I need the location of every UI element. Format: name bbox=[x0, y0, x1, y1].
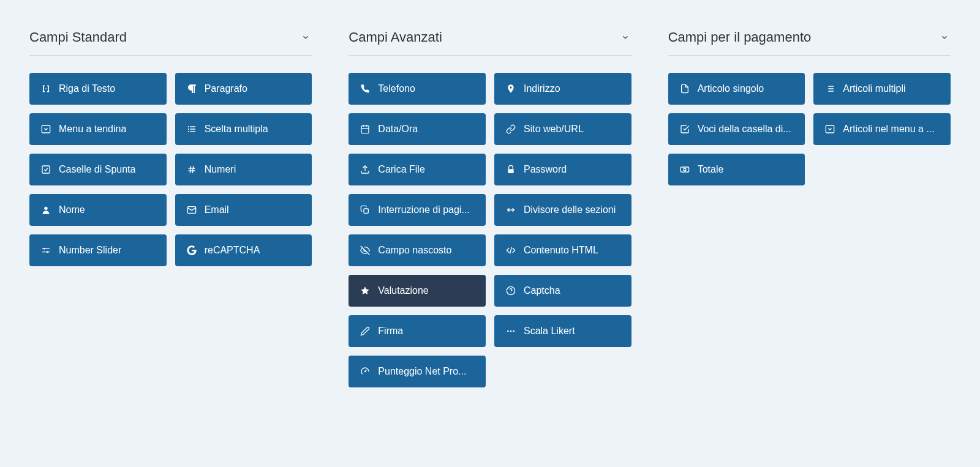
svg-line-10 bbox=[190, 166, 190, 173]
field-button-label: Scelta multipla bbox=[205, 124, 268, 135]
single-item-field[interactable]: Articolo singolo bbox=[668, 73, 805, 105]
field-button-label: Sito web/URL bbox=[524, 124, 584, 135]
field-button-label: Menu a tendina bbox=[59, 124, 126, 135]
svg-rect-18 bbox=[361, 126, 369, 133]
svg-point-12 bbox=[44, 207, 47, 210]
list-icon bbox=[186, 124, 197, 135]
field-button-label: Voci della casella di... bbox=[698, 124, 791, 135]
field-button-label: Contenuto HTML bbox=[524, 245, 598, 256]
chevron-down-icon bbox=[300, 31, 312, 43]
field-button-label: Totale bbox=[698, 164, 724, 175]
svg-point-5 bbox=[187, 129, 189, 130]
sliders-icon bbox=[40, 245, 51, 256]
field-button-label: Interruzione di pagi... bbox=[378, 204, 469, 215]
address-field[interactable]: Indirizzo bbox=[494, 73, 631, 105]
field-button-label: Articoli nel menu a ... bbox=[843, 124, 934, 135]
dropdown-field[interactable]: Menu a tendina bbox=[29, 113, 167, 145]
star-icon bbox=[360, 285, 371, 296]
pencil-icon bbox=[360, 326, 371, 337]
svg-point-32 bbox=[510, 331, 512, 332]
field-button-label: Scala Likert bbox=[524, 326, 575, 337]
chevron-down-icon bbox=[938, 31, 951, 43]
svg-rect-43 bbox=[680, 167, 688, 172]
standard-fields-column: Campi Standard Riga di TestoParagrafoMen… bbox=[29, 29, 312, 387]
code-icon bbox=[505, 245, 516, 256]
name-field[interactable]: Nome bbox=[29, 194, 167, 226]
paragraph-field[interactable]: Paragrafo bbox=[175, 73, 312, 105]
likert-field[interactable]: Scala Likert bbox=[494, 315, 631, 347]
checkbox-items-field[interactable]: Voci della casella di... bbox=[668, 113, 805, 145]
svg-line-11 bbox=[192, 166, 193, 173]
file-icon bbox=[679, 83, 690, 94]
multiple-items-field[interactable]: Articoli multipli bbox=[813, 73, 951, 105]
captcha-field[interactable]: Captcha bbox=[494, 275, 631, 307]
field-button-label: Password bbox=[524, 164, 567, 175]
svg-point-4 bbox=[187, 126, 189, 127]
user-icon bbox=[40, 204, 51, 215]
svg-rect-0 bbox=[42, 125, 50, 133]
html-content-field[interactable]: Contenuto HTML bbox=[494, 234, 631, 266]
date-time-field[interactable]: Data/Ora bbox=[349, 113, 486, 145]
nps-field[interactable]: Punteggio Net Pro... bbox=[349, 356, 486, 387]
svg-rect-24 bbox=[364, 209, 368, 213]
field-button-label: Articoli multipli bbox=[843, 83, 905, 94]
signature-field[interactable]: Firma bbox=[349, 315, 486, 347]
gauge-icon bbox=[360, 366, 371, 377]
standard-header[interactable]: Campi Standard bbox=[29, 29, 312, 56]
field-button-label: Data/Ora bbox=[378, 124, 418, 135]
payment-fields-column: Campi per il pagamento Articolo singoloA… bbox=[668, 29, 951, 387]
field-button-label: Indirizzo bbox=[524, 83, 560, 94]
svg-marker-28 bbox=[361, 286, 369, 294]
standard-title: Campi Standard bbox=[29, 29, 127, 45]
calendar-icon bbox=[360, 124, 371, 135]
number-slider-field[interactable]: Number Slider bbox=[29, 234, 167, 266]
recaptcha-field[interactable]: reCAPTCHA bbox=[175, 234, 312, 266]
svg-point-44 bbox=[684, 168, 686, 171]
multiple-choice-field[interactable]: Scelta multipla bbox=[175, 113, 312, 145]
svg-point-30 bbox=[510, 293, 511, 293]
arrows-h-icon bbox=[505, 204, 516, 215]
dropdown-items-field[interactable]: Articoli nel menu a ... bbox=[813, 113, 951, 145]
section-divider-field[interactable]: Divisore delle sezioni bbox=[494, 194, 631, 226]
field-button-label: Campo nascosto bbox=[378, 245, 451, 256]
question-icon bbox=[505, 285, 516, 296]
checkbox-field[interactable]: Caselle di Spunta bbox=[29, 154, 167, 185]
envelope-icon bbox=[186, 204, 197, 215]
google-icon bbox=[186, 245, 197, 256]
email-field[interactable]: Email bbox=[175, 194, 312, 226]
advanced-header[interactable]: Campi Avanzati bbox=[349, 29, 631, 56]
file-upload-field[interactable]: Carica File bbox=[349, 154, 486, 185]
svg-point-6 bbox=[187, 131, 189, 132]
link-icon bbox=[505, 124, 516, 135]
svg-line-35 bbox=[365, 370, 367, 372]
svg-point-17 bbox=[47, 251, 48, 253]
total-field[interactable]: Totale bbox=[668, 154, 805, 185]
field-button-label: Riga di Testo bbox=[59, 83, 115, 94]
hash-icon bbox=[186, 164, 197, 175]
numbers-field[interactable]: Numeri bbox=[175, 154, 312, 185]
field-button-label: Number Slider bbox=[59, 245, 121, 256]
advanced-title: Campi Avanzati bbox=[349, 29, 442, 45]
checkbox-icon bbox=[40, 164, 51, 175]
page-break-field[interactable]: Interruzione di pagi... bbox=[349, 194, 486, 226]
field-button-label: Email bbox=[205, 204, 229, 215]
advanced-fields-column: Campi Avanzati TelefonoIndirizzoData/Ora… bbox=[349, 29, 631, 387]
copy-icon bbox=[360, 204, 371, 215]
url-field[interactable]: Sito web/URL bbox=[494, 113, 631, 145]
field-button-label: Punteggio Net Pro... bbox=[378, 366, 466, 377]
phone-field[interactable]: Telefono bbox=[349, 73, 486, 105]
upload-icon bbox=[360, 164, 371, 175]
text-line-field[interactable]: Riga di Testo bbox=[29, 73, 167, 105]
hidden-field[interactable]: Campo nascosto bbox=[349, 234, 486, 266]
svg-point-33 bbox=[513, 331, 514, 332]
rating-field[interactable]: Valutazione bbox=[349, 275, 486, 307]
payment-header[interactable]: Campi per il pagamento bbox=[668, 29, 951, 56]
field-button-label: Caselle di Spunta bbox=[59, 164, 135, 175]
phone-icon bbox=[360, 83, 371, 94]
text-cursor-icon bbox=[40, 83, 51, 94]
paragraph-icon bbox=[186, 83, 197, 94]
field-picker-container: Campi Standard Riga di TestoParagrafoMen… bbox=[29, 29, 951, 387]
password-field[interactable]: Password bbox=[494, 154, 631, 185]
pin-icon bbox=[505, 83, 516, 94]
svg-point-16 bbox=[43, 248, 45, 250]
